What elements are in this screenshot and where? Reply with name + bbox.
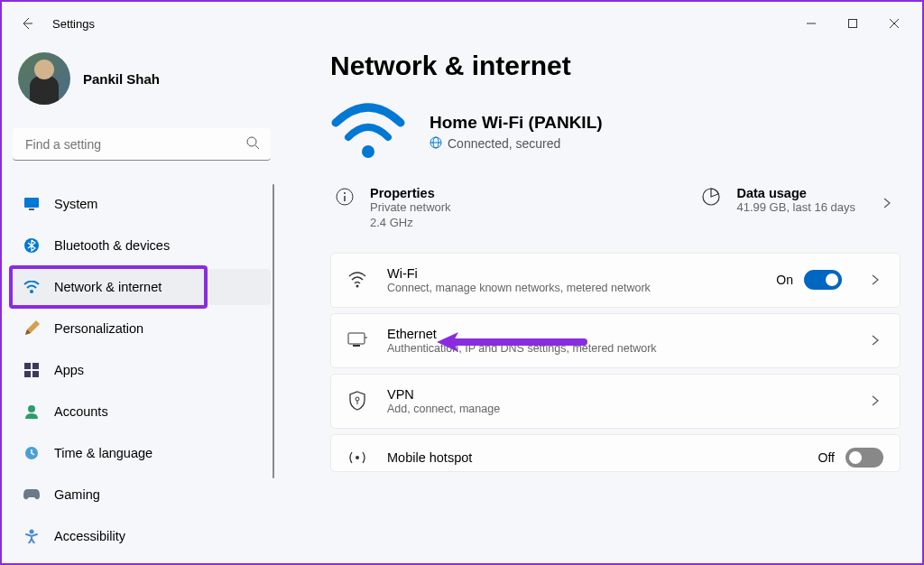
sidebar-item-label: Accessibility: [54, 529, 125, 543]
svg-point-22: [344, 192, 346, 194]
globe-icon: [430, 136, 442, 152]
wifi-subtitle: Connect, manage known networks, metered …: [387, 282, 756, 294]
sidebar-item-apps[interactable]: Apps: [13, 352, 271, 388]
sidebar-item-gaming[interactable]: Gaming: [13, 477, 271, 513]
sidebar-item-label: Time & language: [54, 446, 152, 460]
svg-rect-12: [24, 371, 31, 377]
properties-sub2: 2.4 GHz: [370, 216, 451, 231]
hotspot-toggle[interactable]: [845, 448, 883, 468]
system-icon: [23, 196, 40, 212]
sidebar-item-network[interactable]: Network & internet: [13, 269, 271, 305]
time-icon: [23, 445, 40, 461]
bluetooth-icon: [23, 237, 40, 254]
network-ssid: Home Wi-Fi (PANKIL): [430, 113, 603, 133]
svg-point-14: [28, 405, 35, 412]
hotspot-toggle-label: Off: [818, 450, 835, 465]
svg-rect-11: [32, 363, 39, 369]
close-button[interactable]: [873, 9, 915, 38]
wifi-title: Wi-Fi: [387, 266, 756, 281]
sidebar-item-label: Gaming: [54, 487, 100, 502]
svg-point-4: [247, 137, 256, 146]
chevron-right-icon: [871, 334, 883, 347]
sidebar-item-label: Accounts: [54, 404, 108, 419]
ethernet-subtitle: Authentication, IP and DNS settings, met…: [387, 342, 842, 355]
sidebar-item-personalization[interactable]: Personalization: [13, 310, 271, 347]
vpn-title: VPN: [387, 387, 842, 402]
wifi-toggle[interactable]: [804, 270, 842, 290]
sidebar-item-label: Apps: [54, 363, 84, 377]
svg-point-25: [356, 285, 359, 288]
properties-sub1: Private network: [370, 200, 451, 216]
chevron-right-icon: [871, 394, 883, 407]
data-usage-icon: [702, 188, 722, 208]
svg-rect-26: [348, 333, 365, 344]
chevron-right-icon: [871, 273, 883, 286]
search-input[interactable]: [13, 128, 271, 161]
minimize-button[interactable]: [790, 9, 832, 38]
svg-rect-10: [24, 363, 31, 369]
svg-point-16: [30, 530, 34, 534]
hotspot-settings-row[interactable]: Mobile hotspot Off: [330, 434, 901, 472]
properties-block[interactable]: Properties Private network 2.4 GHz: [336, 186, 451, 231]
data-usage-title: Data usage: [736, 186, 855, 200]
info-icon: [336, 188, 356, 208]
personalization-icon: [23, 320, 40, 337]
svg-rect-27: [353, 345, 360, 347]
data-usage-block[interactable]: Data usage 41.99 GB, last 16 days: [702, 186, 855, 216]
hotspot-title: Mobile hotspot: [387, 450, 799, 465]
apps-icon: [23, 362, 40, 378]
svg-rect-6: [24, 198, 39, 208]
svg-point-17: [362, 145, 374, 158]
search-icon: [245, 135, 260, 153]
wifi-settings-row[interactable]: Wi-Fi Connect, manage known networks, me…: [330, 253, 901, 308]
ethernet-icon: [347, 330, 367, 350]
sidebar-scrollbar[interactable]: [273, 184, 274, 478]
vpn-settings-row[interactable]: VPN Add, connect, manage: [330, 374, 901, 429]
hotspot-icon: [347, 448, 367, 468]
sidebar-item-bluetooth[interactable]: Bluetooth & devices: [13, 227, 271, 264]
sidebar-item-label: Personalization: [54, 321, 143, 336]
accessibility-icon: [23, 528, 40, 544]
svg-point-9: [30, 290, 33, 293]
network-icon: [23, 279, 40, 295]
back-button[interactable]: [9, 5, 45, 42]
data-usage-sub: 41.99 GB, last 16 days: [736, 200, 855, 216]
vpn-icon: [347, 391, 367, 411]
accounts-icon: [23, 403, 40, 420]
svg-rect-1: [849, 20, 857, 28]
sidebar-item-label: Network & internet: [54, 280, 162, 294]
svg-point-29: [356, 397, 359, 401]
connection-state: Connected, secured: [448, 136, 560, 151]
sidebar-item-label: Bluetooth & devices: [54, 238, 170, 253]
chevron-right-icon: [882, 197, 895, 209]
ethernet-settings-row[interactable]: Ethernet Authentication, IP and DNS sett…: [330, 313, 901, 368]
svg-rect-7: [29, 208, 34, 210]
window-title: Settings: [52, 17, 95, 31]
user-name: Pankil Shah: [83, 71, 160, 87]
sidebar-item-system[interactable]: System: [13, 186, 271, 222]
ethernet-title: Ethernet: [387, 327, 842, 341]
network-status-block: Home Wi-Fi (PANKIL) Connected, secured: [330, 103, 901, 161]
wifi-icon: [347, 270, 367, 290]
maximize-button[interactable]: [832, 9, 873, 38]
user-account-row[interactable]: Pankil Shah: [13, 45, 271, 123]
svg-line-5: [255, 145, 259, 149]
svg-rect-13: [32, 371, 39, 377]
sidebar-item-accessibility[interactable]: Accessibility: [13, 518, 271, 554]
wifi-toggle-label: On: [776, 273, 793, 287]
properties-title: Properties: [370, 186, 451, 200]
vpn-subtitle: Add, connect, manage: [387, 403, 842, 415]
sidebar-item-accounts[interactable]: Accounts: [13, 394, 271, 430]
page-title: Network & internet: [330, 51, 901, 81]
avatar: [18, 52, 70, 105]
sidebar-item-label: System: [54, 197, 97, 211]
sidebar-item-time[interactable]: Time & language: [13, 435, 271, 471]
gaming-icon: [23, 486, 40, 503]
svg-point-31: [356, 456, 359, 459]
wifi-large-icon: [330, 103, 406, 161]
